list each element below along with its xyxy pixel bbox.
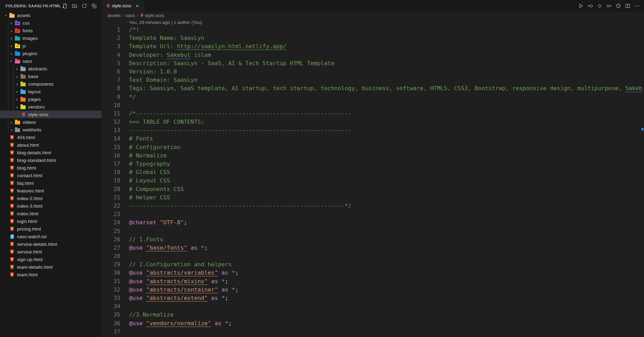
chevron-right-icon[interactable]: › [14, 66, 20, 71]
code-line[interactable]: 2Template Name: SaasLyn [102, 34, 644, 42]
code-line[interactable]: 37 [102, 328, 644, 336]
code-line[interactable]: 17# Typography [102, 160, 644, 168]
tree-item-js[interactable]: ›JSjs [0, 42, 102, 50]
code-line[interactable]: 34 [102, 302, 644, 311]
chevron-right-icon[interactable]: › [8, 120, 15, 125]
tree-item-service-details-html[interactable]: 5service-details.html [0, 240, 102, 248]
chevron-right-icon[interactable]: › [8, 43, 15, 49]
tree-item-videos[interactable]: ›videos [0, 118, 102, 126]
tree-item-index-html[interactable]: 5index.html [0, 210, 102, 217]
code-line[interactable]: 5Description: SaasLyn - SaaS, AI & Tech … [102, 59, 644, 68]
breadcrumb-item-style-scss[interactable]: Sstyle.scss [140, 13, 164, 18]
code-line[interactable]: 23 [102, 210, 644, 218]
code-line[interactable]: 13--------------------------------------… [102, 126, 644, 135]
tree-item-style-scss[interactable]: Sstyle.scss [0, 111, 102, 118]
code-line[interactable]: 25 [102, 227, 644, 235]
code-line[interactable]: 3Template Url: http://saaslyn-html.netli… [102, 42, 644, 51]
code-link[interactable]: "abstracts/container" [146, 286, 218, 293]
code-line[interactable]: 7Text Domain: SaasLyn [102, 76, 644, 84]
code-line[interactable]: 29// 2.Configuration and helpers [102, 260, 644, 269]
tree-item-blog-standard-html[interactable]: 5blog-standard.html [0, 156, 102, 164]
tree-item-faq-html[interactable]: 5faq.html [0, 179, 102, 187]
tree-item-contact-html[interactable]: 5contact.html [0, 172, 102, 179]
collapse-all-button[interactable] [90, 2, 98, 10]
tree-item-index-3-html[interactable]: 5index-3.html [0, 202, 102, 210]
tree-item-blog-html[interactable]: 5blog.html [0, 164, 102, 172]
tree-item-fonts[interactable]: ›Afonts [0, 27, 102, 34]
code-link[interactable]: "abstracts/mixins" [146, 278, 208, 285]
code-link[interactable]: "abstracts/variables" [146, 269, 218, 276]
code-line[interactable]: 24@charset "UTF-8"; [102, 218, 644, 227]
tree-item-abstracts[interactable]: ›abstracts [0, 65, 102, 72]
code-link[interactable]: "vendors/normalize" [146, 320, 211, 327]
code-area[interactable]: You, 28 minutes ago | 1 author (You) 1/*… [102, 19, 644, 337]
code-link[interactable]: http://saaslyn-html.netlify.app/ [177, 43, 286, 50]
tree-item-css[interactable]: ›csscss [0, 19, 102, 27]
code-link[interactable]: "base/fonts" [146, 244, 187, 251]
tree-item-vendors[interactable]: ›vendors [0, 103, 102, 111]
chevron-right-icon[interactable]: › [14, 81, 20, 87]
chevron-right-icon[interactable]: › [8, 127, 15, 132]
code-line[interactable]: 19# Layout CSS [102, 176, 644, 185]
chevron-right-icon[interactable]: › [14, 104, 20, 110]
new-folder-button[interactable] [70, 2, 79, 10]
code-line[interactable]: 14# Fonts [102, 135, 644, 143]
code-line[interactable]: 12>>> TABLE OF CONTENTS: [102, 118, 644, 126]
tree-item-plugins[interactable]: ›plugins [0, 50, 102, 57]
tree-item-404-html[interactable]: 5404.html [0, 133, 102, 141]
tree-item-team-details-html[interactable]: 5team-details.html [0, 263, 102, 271]
tree-item-base[interactable]: ›base [0, 72, 102, 80]
chevron-right-icon[interactable]: › [8, 20, 15, 26]
code-line[interactable]: 10 [102, 101, 644, 110]
tree-item-index-2-html[interactable]: 5index-2.html [0, 195, 102, 202]
code-line[interactable]: 22--------------------------------------… [102, 202, 644, 210]
tree-item-sass-watch-txt[interactable]: sass-watch.txt [0, 233, 102, 240]
code-line[interactable]: 16# Normalize [102, 152, 644, 160]
open-changes-prev-button[interactable] [586, 2, 594, 10]
tree-item-images[interactable]: ›images [0, 34, 102, 42]
chevron-right-icon[interactable]: › [14, 89, 20, 94]
code-line[interactable]: 28 [102, 252, 644, 260]
chevron-right-icon[interactable]: › [8, 51, 15, 56]
more-actions-button[interactable] [633, 2, 641, 10]
chevron-right-icon[interactable]: › [14, 97, 20, 102]
code-line[interactable]: 32@use "abstracts/container" as *; [102, 286, 644, 294]
code-line[interactable]: 8Tags: SaasLyn, SaaS template, AI startu… [102, 84, 644, 93]
code-line[interactable]: 35//3.Normalize [102, 311, 644, 319]
tree-item-about-html[interactable]: 5about.html [0, 141, 102, 149]
open-changes-button[interactable] [595, 2, 604, 10]
refresh-button[interactable] [80, 2, 88, 10]
code-line[interactable]: 33@use "abstracts/extend" as *; [102, 294, 644, 302]
tree-item-components[interactable]: ›components [0, 80, 102, 88]
tree-item-blog-details-html[interactable]: 5blog-details.html [0, 149, 102, 156]
close-icon[interactable]: × [134, 2, 141, 9]
chevron-right-icon[interactable]: › [8, 28, 15, 33]
code-line[interactable]: 4Developer: Sakebul islam [102, 51, 644, 59]
code-line[interactable]: 21# Helper CSS [102, 193, 644, 202]
tree-item-layout[interactable]: ›layout [0, 88, 102, 95]
code-line[interactable]: 27@use "base/fonts" as *; [102, 244, 644, 252]
code-line[interactable]: 30@use "abstracts/variables" as *; [102, 269, 644, 277]
tree-item-pricing-html[interactable]: 5pricing.html [0, 225, 102, 233]
code-line[interactable]: 18# Global CSS [102, 168, 644, 176]
run-button[interactable] [577, 2, 585, 10]
tree-item-features-html[interactable]: 5features.html [0, 187, 102, 195]
tree-item-team-html[interactable]: 5team.html [0, 271, 102, 278]
code-line[interactable]: 6Version: 1.0.0 [102, 68, 644, 76]
code-link[interactable]: "abstracts/extend" [146, 295, 208, 301]
code-line[interactable]: 11/*------------------------------------… [102, 110, 644, 118]
open-changes-next-button[interactable] [605, 2, 613, 10]
tab-style-scss[interactable]: Sstyle.scss× [102, 0, 144, 11]
tree-item-sign-up-html[interactable]: 5sign-up.html [0, 256, 102, 263]
code-line[interactable]: 31@use "abstracts/mixins" as *; [102, 277, 644, 286]
code-line[interactable]: 20# Components CSS [102, 185, 644, 193]
tree-item-sass[interactable]: ›sass [0, 57, 102, 65]
chevron-right-icon[interactable]: › [8, 36, 15, 41]
chevron-right-icon[interactable]: › [14, 74, 20, 79]
tree-item-webfonts[interactable]: ›webfonts [0, 126, 102, 133]
file-history-button[interactable] [614, 2, 622, 10]
chevron-down-icon[interactable]: › [9, 58, 14, 64]
code-line[interactable]: 15# Configuration [102, 143, 644, 152]
breadcrumb-item-sass[interactable]: sass [126, 13, 135, 18]
split-editor-button[interactable] [624, 2, 632, 10]
